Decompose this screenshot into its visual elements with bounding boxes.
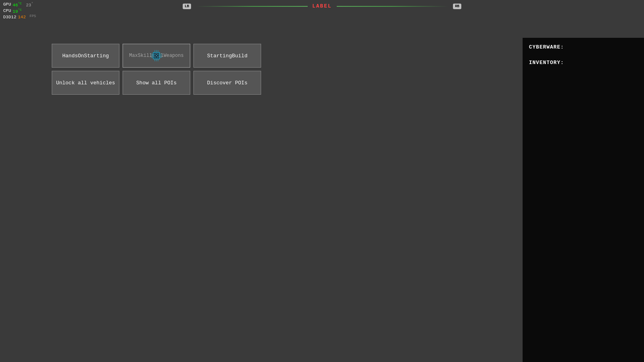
rb-button[interactable]: RB [453,4,461,9]
hud-center-label: LABEL [312,3,332,9]
starting-build-button[interactable]: StartingBuild [193,44,261,68]
cyberware-label: CYBERWARE: [529,44,638,50]
cpu-label: CPU [3,8,11,14]
gpu-value: 46°C [13,2,22,8]
max-skills-weapons-button[interactable]: MaxSkillsAllWeapons [123,44,190,68]
hud-bar-right [337,6,449,7]
starting-build-label: StartingBuild [207,53,247,59]
lb-button[interactable]: LB [183,4,191,9]
svg-point-14 [155,54,156,55]
d3d12-label: D3D12 [3,14,16,20]
cpu-stat-row: CPU 19°C [3,8,36,14]
unlock-all-vehicles-label: Unlock all vehicles [56,80,115,86]
svg-point-16 [156,55,157,56]
fps-label: FPS [27,14,36,20]
discover-pois-label: Discover POIs [207,80,247,86]
hands-on-starting-label: HandsOnStarting [62,53,109,59]
unlock-all-vehicles-button[interactable]: Unlock all vehicles [52,71,119,95]
svg-point-18 [157,56,158,57]
d3d12-value: 142 [18,14,26,20]
show-all-pois-button[interactable]: Show all POIs [123,71,190,95]
cpu-value: 19°C [13,8,22,14]
stats-panel: GPU 46°C 23° CPU 19°C D3D12 142 FPS [3,2,36,20]
inventory-label: INVENTORY: [529,60,638,66]
buttons-area: HandsOnStarting MaxSkillsAllWeapons [52,44,261,95]
hud-bar-left [196,6,308,7]
right-panel: CYBERWARE: INVENTORY: [523,38,644,362]
gpu-extra: 23° [23,2,33,8]
hud-center: LB LABEL RB [183,3,461,9]
d3d12-stat-row: D3D12 142 FPS [3,14,36,20]
show-all-pois-label: Show all POIs [136,80,176,86]
gpu-stat-row: GPU 46°C 23° [3,2,36,8]
hands-on-starting-button[interactable]: HandsOnStarting [52,44,119,68]
chip-icon [151,50,162,61]
discover-pois-button[interactable]: Discover POIs [193,71,261,95]
gpu-label: GPU [3,2,11,8]
svg-point-15 [157,54,158,55]
svg-point-17 [155,56,156,57]
